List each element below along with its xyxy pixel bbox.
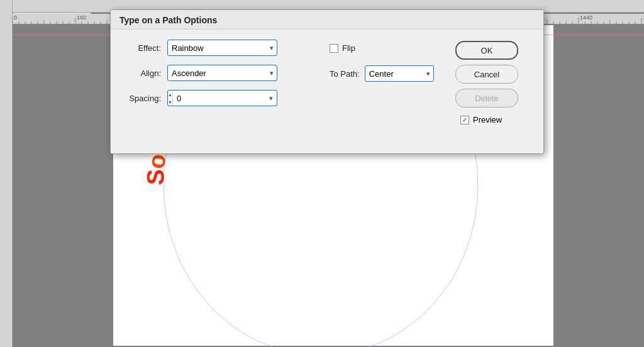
flip-row: Flip — [330, 43, 455, 53]
effect-label: Effect: — [123, 43, 167, 53]
align-row: Align: Ascender Descender Center Baselin… — [123, 65, 330, 81]
spacing-down-arrow[interactable]: ▼ — [168, 98, 172, 106]
flip-label: Flip — [342, 43, 355, 53]
topath-row: To Path: Center Top Bottom — [330, 65, 455, 82]
curved-text-area: Somewhere Over the Rainbow — [126, 154, 516, 347]
topath-label: To Path: — [330, 69, 360, 79]
delete-button[interactable]: Delete — [455, 89, 518, 107]
svg-point-0 — [164, 154, 478, 347]
align-select[interactable]: Ascender Descender Center Baseline Em Bo… — [167, 65, 277, 81]
effect-select-wrapper: Rainbow Skew 3D Ribbon Stair Step Gravit… — [167, 40, 277, 56]
ok-button[interactable]: OK — [455, 41, 518, 60]
spacing-up-arrow[interactable]: ▲ — [168, 91, 172, 98]
form-area: Effect: Rainbow Skew 3D Ribbon Stair Ste… — [123, 40, 330, 124]
effect-select[interactable]: Rainbow Skew 3D Ribbon Stair Step Gravit… — [167, 40, 277, 56]
spacing-label: Spacing: — [123, 94, 167, 103]
preview-checkbox[interactable]: ✓ — [460, 116, 469, 124]
preview-row: ✓ Preview — [455, 115, 531, 124]
align-label: Align: — [123, 69, 167, 78]
dialog-title: Type on a Path Options — [111, 10, 543, 30]
spacing-input-wrapper: ▲ ▼ ▾ — [167, 90, 277, 106]
topath-select-wrapper: Center Top Bottom — [365, 65, 434, 82]
preview-label: Preview — [473, 115, 502, 124]
type-on-path-options-dialog: Type on a Path Options Effect: Rainbow S… — [110, 9, 544, 154]
flip-checkbox[interactable] — [330, 44, 338, 53]
svg-text:Somewhere Over the Rainbow: Somewhere Over the Rainbow — [142, 154, 414, 185]
ruler-left — [0, 0, 13, 347]
middle-area: Flip To Path: Center Top Bottom — [330, 40, 455, 124]
cancel-button[interactable]: Cancel — [455, 65, 518, 84]
spacing-row: Spacing: ▲ ▼ ▾ — [123, 90, 330, 106]
effect-row: Effect: Rainbow Skew 3D Ribbon Stair Ste… — [123, 40, 330, 56]
button-area: OK Cancel Delete ✓ Preview — [455, 40, 531, 124]
align-select-wrapper: Ascender Descender Center Baseline Em Bo… — [167, 65, 277, 81]
dialog-body: Effect: Rainbow Skew 3D Ribbon Stair Ste… — [111, 30, 543, 135]
curved-text-svg: Somewhere Over the Rainbow — [126, 154, 516, 347]
topath-select[interactable]: Center Top Bottom — [365, 65, 434, 82]
spacing-dropdown-arrow[interactable]: ▾ — [269, 94, 273, 102]
spacing-stepper[interactable]: ▲ ▼ — [168, 91, 173, 106]
